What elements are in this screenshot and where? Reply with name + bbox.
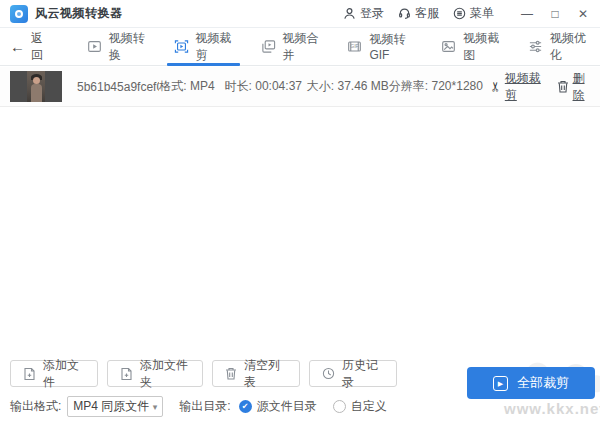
nav-bar: ← 返回 视频转换 视频裁剪	[0, 28, 600, 66]
output-format-select[interactable]: MP4 同原文件 ▾	[67, 396, 163, 417]
menu-button[interactable]: 菜单	[453, 5, 494, 22]
watermark-text: www.kkx.net	[504, 400, 600, 417]
tab-video-optimize[interactable]: 视频优化	[525, 28, 590, 65]
video-thumbnail	[10, 71, 62, 102]
file-resolution: 分辨率: 720*1280	[389, 78, 490, 95]
tab-label: 视频截图	[463, 30, 500, 64]
login-button[interactable]: 登录	[343, 5, 384, 22]
tab-video-convert[interactable]: 视频转换	[84, 28, 149, 65]
crop-all-label: 全部裁剪	[517, 374, 569, 392]
user-icon	[343, 7, 356, 20]
tab-video-merge[interactable]: 视频合并	[258, 28, 323, 65]
svg-text:GIF: GIF	[351, 43, 359, 49]
tab-video-to-gif[interactable]: GIF 视频转GIF	[344, 28, 416, 65]
video-convert-icon	[87, 39, 102, 54]
title-bar: 风云视频转换器 登录 客服	[0, 0, 600, 28]
output-format-label: 输出格式:	[10, 398, 61, 415]
delete-file-label: 删除	[573, 70, 590, 104]
video-merge-icon	[261, 39, 276, 54]
add-folder-button[interactable]: 添加文件夹	[107, 360, 203, 387]
history-label: 历史记录	[342, 357, 384, 391]
menu-label: 菜单	[470, 5, 494, 22]
radio-source-directory[interactable]: ✔ 源文件目录	[239, 398, 317, 415]
scissors-icon: ✂	[488, 81, 503, 92]
login-label: 登录	[360, 5, 384, 22]
crop-video-label: 视频裁剪	[505, 70, 543, 104]
play-icon: ▶	[493, 376, 508, 391]
tab-video-crop[interactable]: 视频裁剪	[171, 28, 236, 65]
maximize-button[interactable]: □	[546, 5, 564, 23]
video-to-gif-icon: GIF	[347, 39, 362, 54]
tab-list: 视频转换 视频裁剪 视频合并	[84, 28, 590, 65]
file-plus-icon	[23, 367, 36, 381]
history-button[interactable]: 历史记录	[309, 360, 397, 387]
tab-label: 视频裁剪	[196, 30, 233, 64]
radio-checked-icon: ✔	[239, 400, 252, 413]
video-optimize-icon	[528, 39, 543, 54]
back-button[interactable]: ← 返回	[10, 30, 50, 64]
app-logo-icon	[10, 5, 28, 23]
clock-icon	[322, 367, 335, 380]
file-duration: 时长: 00:04:37	[225, 78, 307, 95]
radio-source-label: 源文件目录	[257, 398, 317, 415]
app-title: 风云视频转换器	[35, 5, 123, 22]
crop-all-button[interactable]: ▶ 全部裁剪	[467, 367, 595, 399]
clear-list-button[interactable]: 清空列表	[212, 360, 300, 387]
back-arrow-icon: ←	[10, 38, 25, 55]
tab-label: 视频转GIF	[369, 31, 413, 62]
tab-video-screenshot[interactable]: 视频截图	[438, 28, 503, 65]
radio-unchecked-icon	[333, 400, 346, 413]
clear-list-label: 清空列表	[244, 357, 287, 391]
output-dir-label: 输出目录:	[179, 398, 230, 415]
trash-icon	[557, 80, 569, 93]
file-row[interactable]: 5b61b45a9fcef0c3... 格式: MP4 时长: 00:04:37…	[0, 67, 600, 107]
support-button[interactable]: 客服	[398, 5, 439, 22]
chevron-down-icon: ▾	[153, 402, 158, 412]
delete-file-link[interactable]: 删除	[557, 70, 590, 104]
output-format-value: MP4 同原文件	[73, 398, 149, 415]
radio-custom-label: 自定义	[351, 398, 387, 415]
headset-icon	[398, 7, 411, 20]
file-format: 格式: MP4	[159, 78, 222, 95]
footer-toolbar: 添加文件 添加文件夹 清空列表 历史记录	[10, 360, 397, 387]
support-label: 客服	[415, 5, 439, 22]
add-folder-label: 添加文件夹	[140, 357, 190, 391]
back-label: 返回	[31, 30, 50, 64]
tab-label: 视频优化	[550, 30, 587, 64]
folder-plus-icon	[120, 367, 133, 381]
close-button[interactable]: ✕	[574, 5, 592, 23]
video-crop-icon	[174, 39, 189, 54]
crop-video-link[interactable]: ✂ 视频裁剪	[490, 70, 543, 104]
menu-icon	[453, 7, 466, 20]
tab-label: 视频转换	[109, 30, 146, 64]
add-file-label: 添加文件	[43, 357, 85, 391]
file-size: 大小: 37.46 MB	[307, 78, 389, 95]
trash-icon	[225, 367, 237, 380]
video-screenshot-icon	[441, 39, 456, 54]
radio-custom-directory[interactable]: 自定义	[333, 398, 387, 415]
minimize-button[interactable]: —	[518, 5, 536, 23]
tab-label: 视频合并	[283, 30, 320, 64]
file-name: 5b61b45a9fcef0c3...	[77, 80, 159, 94]
add-file-button[interactable]: 添加文件	[10, 360, 98, 387]
